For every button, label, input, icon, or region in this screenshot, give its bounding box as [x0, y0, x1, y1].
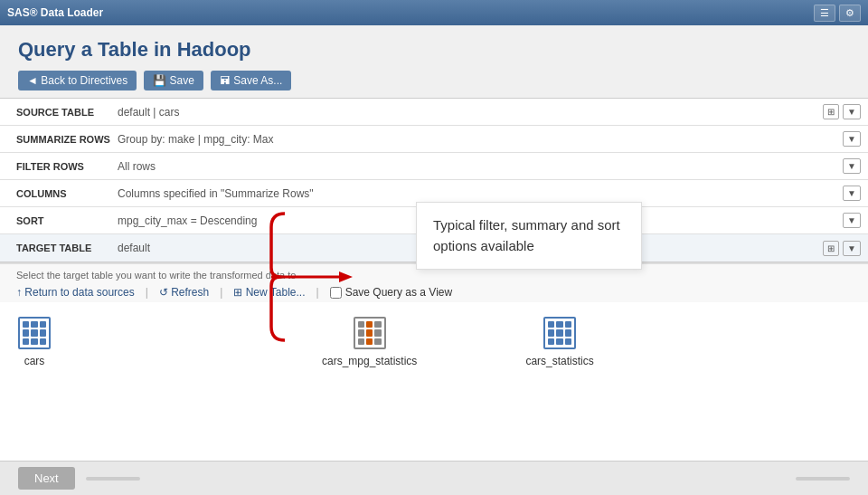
target-toolbar: ↑ Return to data sources | ↺ Refresh | ⊞…: [16, 286, 852, 299]
page-title: Query a Table in Hadoop: [18, 38, 850, 62]
main-container: Query a Table in Hadoop ◄ Back to Direct…: [0, 25, 868, 495]
summarize-rows-drop-button[interactable]: ▼: [843, 131, 861, 147]
sort-drop-button[interactable]: ▼: [843, 213, 861, 228]
filter-rows-drop-button[interactable]: ▼: [843, 158, 861, 174]
table-item-cars[interactable]: cars: [18, 317, 51, 367]
summarize-rows-value: Group by: make | mpg_city: Max: [118, 133, 843, 146]
save-query-checkbox[interactable]: [330, 287, 342, 299]
annotation-text: Typical filter, summary and sort options…: [433, 217, 620, 253]
cars-table-name: cars: [24, 355, 45, 367]
save-query-checkbox-label[interactable]: Save Query as a View: [330, 286, 453, 299]
target-section-label: Select the target table you want to writ…: [16, 270, 852, 281]
save-query-label: Save Query as a View: [345, 286, 453, 299]
summarize-rows-row: SUMMARIZE ROWS Group by: make | mpg_city…: [0, 126, 868, 153]
page-content: SOURCE TABLE default | cars ⊞ ▼ SUMMARIZ…: [0, 98, 868, 495]
cars-mpg-table-icon: [354, 317, 386, 349]
summarize-rows-actions: ▼: [843, 131, 868, 147]
scroll-indicator-right: [796, 477, 850, 481]
cars-stats-table-name: cars_statistics: [525, 355, 593, 367]
source-table-grid-button[interactable]: ⊞: [823, 104, 839, 119]
toolbar: ◄ Back to Directives 💾 Save 🖬 Save As...: [18, 71, 850, 90]
next-button[interactable]: Next: [18, 467, 75, 490]
filter-rows-value: All rows: [118, 160, 843, 173]
table-item-cars-mpg[interactable]: cars_mpg_statistics: [322, 317, 417, 367]
source-table-value: default | cars: [118, 106, 823, 119]
source-table-drop-button[interactable]: ▼: [843, 104, 861, 119]
source-table-actions: ⊞ ▼: [823, 104, 868, 119]
save-as-button[interactable]: 🖬 Save As...: [211, 71, 291, 90]
source-table-row: SOURCE TABLE default | cars ⊞ ▼: [0, 99, 868, 126]
back-to-directives-button[interactable]: ◄ Back to Directives: [18, 71, 137, 90]
columns-label: COLUMNS: [0, 188, 118, 199]
summarize-rows-label: SUMMARIZE ROWS: [0, 134, 118, 145]
menu-button[interactable]: ☰: [814, 5, 835, 22]
annotation-box: Typical filter, summary and sort options…: [416, 202, 642, 270]
cars-stats-table-icon: [543, 317, 576, 349]
new-table-button[interactable]: ⊞ New Table...: [233, 286, 305, 299]
sort-label: SORT: [0, 215, 118, 226]
title-bar-left: SAS® Data Loader: [7, 6, 103, 19]
scroll-indicator-left: [86, 477, 140, 481]
bottom-bar: Next: [0, 461, 868, 495]
target-table-label: TARGET TABLE: [0, 243, 118, 253]
filter-rows-row: FILTER ROWS All rows ▼: [0, 153, 868, 180]
cars-table-icon: [18, 317, 51, 349]
source-table-label: SOURCE TABLE: [0, 107, 118, 118]
refresh-button[interactable]: ↺ Refresh: [159, 286, 209, 299]
target-table-actions: ⊞ ▼: [823, 241, 868, 256]
return-to-sources-button[interactable]: ↑ Return to data sources: [16, 286, 135, 299]
columns-drop-button[interactable]: ▼: [843, 186, 861, 201]
app-title: SAS® Data Loader: [7, 6, 103, 19]
tables-area: cars cars_mpg_statistics: [0, 302, 868, 461]
settings-button[interactable]: ⚙: [839, 5, 861, 22]
sort-actions: ▼: [843, 213, 868, 228]
filter-rows-label: FILTER ROWS: [0, 161, 118, 172]
table-item-cars-stats[interactable]: cars_statistics: [525, 317, 593, 367]
filter-rows-actions: ▼: [843, 158, 868, 174]
page-header: Query a Table in Hadoop ◄ Back to Direct…: [0, 25, 868, 98]
save-button[interactable]: 💾 Save: [144, 71, 203, 90]
title-bar-right: ☰ ⚙: [814, 5, 861, 22]
target-table-grid-button[interactable]: ⊞: [823, 241, 839, 256]
columns-actions: ▼: [843, 186, 868, 201]
title-bar: SAS® Data Loader ☰ ⚙: [0, 0, 868, 25]
cars-mpg-table-name: cars_mpg_statistics: [322, 355, 417, 367]
target-table-drop-button[interactable]: ▼: [843, 241, 861, 256]
columns-value: Columns specified in "Summarize Rows": [118, 187, 843, 200]
